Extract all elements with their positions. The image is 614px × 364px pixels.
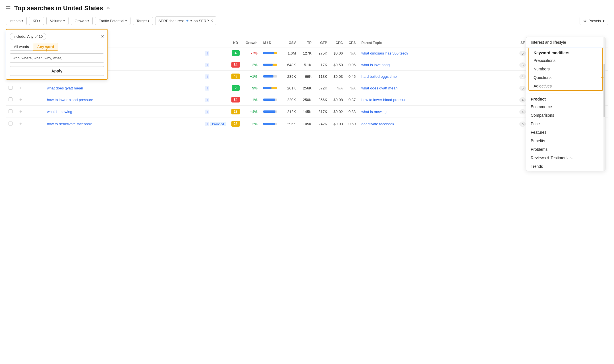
row-checkbox[interactable] — [9, 97, 13, 101]
tp-cell: 105K — [299, 118, 314, 130]
apply-button[interactable]: Apply — [10, 66, 104, 76]
ecommerce-item[interactable]: Ecommerce — [526, 102, 605, 111]
row-checkbox[interactable] — [9, 109, 13, 113]
problems-item[interactable]: Problems — [526, 145, 605, 154]
growth-filter[interactable]: Growth ▾ — [71, 17, 93, 25]
features-item[interactable]: Features — [526, 128, 605, 137]
adjectives-item[interactable]: Adjectives — [529, 82, 602, 90]
all-words-btn[interactable]: All words — [10, 43, 33, 51]
tp-cell: 256K — [299, 82, 314, 94]
add-cell[interactable]: + — [15, 106, 44, 118]
sf-badge: 5 — [519, 51, 526, 56]
row-checkbox[interactable] — [9, 86, 13, 90]
cps-cell: N/A — [346, 47, 358, 59]
bar-fill-blue — [263, 64, 273, 66]
gsv-cell: 295K — [283, 118, 299, 130]
growth-arrow-icon: ▾ — [88, 19, 89, 22]
intent-badge: I — [205, 63, 209, 67]
target-filter[interactable]: Target ▾ — [133, 17, 153, 25]
col-md[interactable]: M / D — [260, 39, 283, 47]
add-cell[interactable]: + — [15, 82, 44, 94]
kd-filter[interactable]: KD ▾ — [29, 17, 44, 25]
parent-topic-link[interactable]: what is love song — [361, 63, 390, 67]
keyword-cell: how to lower blood pressure — [44, 94, 202, 106]
plus-icon[interactable]: + — [19, 85, 22, 90]
serp-close-icon[interactable]: × — [211, 18, 213, 23]
hamburger-icon[interactable]: ☰ — [6, 5, 11, 12]
intents-filter[interactable]: Intents ▾ — [6, 17, 27, 25]
row-checkbox[interactable] — [9, 122, 13, 125]
numbers-item[interactable]: Numbers — [529, 65, 602, 73]
col-cps[interactable]: CPS — [346, 39, 358, 47]
parent-topic-link[interactable]: how to lower blood pressure — [361, 98, 408, 102]
add-cell[interactable]: + — [15, 94, 44, 106]
growth-cell: +4% — [243, 106, 260, 118]
gtp-cell: 275K — [314, 47, 330, 59]
parent-topic-link[interactable]: hard boiled eggs time — [361, 74, 397, 79]
plus-icon[interactable]: + — [19, 121, 22, 126]
presets-arrow-icon: ▾ — [603, 19, 605, 23]
col-tp[interactable]: TP — [299, 39, 314, 47]
parent-topic-link[interactable]: deactivate facebook — [361, 122, 394, 126]
parent-topic-link[interactable]: what is mewing — [361, 110, 387, 114]
parent-topic-link[interactable]: what dinosaur has 500 teeth — [361, 51, 408, 55]
col-growth[interactable]: Growth — [243, 39, 260, 47]
include-close-icon[interactable]: × — [101, 34, 104, 39]
col-gsv[interactable]: GSV — [283, 39, 299, 47]
checkbox-cell[interactable] — [6, 118, 15, 130]
keyword-link[interactable]: how to deactivate facebook — [47, 122, 92, 126]
intent-badge: I — [205, 74, 209, 79]
md-cell — [260, 106, 283, 118]
right-panel-dropdown: Interest and lifestyle Keyword modifiers… — [526, 37, 605, 171]
growth-cell: -7% — [243, 47, 260, 59]
gtp-cell: 317K — [314, 106, 330, 118]
reviews-testimonials-item[interactable]: Reviews & Testimonials — [526, 154, 605, 162]
edit-icon[interactable]: ✏ — [107, 6, 110, 11]
tp-cell: 127K — [299, 47, 314, 59]
bar-fill-blue — [263, 99, 275, 101]
scrollbar-thumb[interactable] — [603, 64, 605, 117]
growth-value: +9% — [250, 86, 257, 90]
parent-topic-cell: what is love song — [358, 59, 516, 71]
traffic-potential-filter[interactable]: Traffic Potential ▾ — [95, 17, 130, 25]
kd-cell: 84 — [229, 59, 243, 71]
keyword-link[interactable]: how to lower blood pressure — [47, 98, 93, 102]
trends-item[interactable]: Trends — [526, 162, 605, 171]
page-header: ☰ Top searches in United States ✏ — [6, 5, 608, 12]
plus-icon[interactable]: + — [19, 109, 22, 114]
growth-value: +1% — [250, 98, 257, 102]
checkbox-cell[interactable] — [6, 94, 15, 106]
md-cell — [260, 47, 283, 59]
keyword-link[interactable]: what is mewing — [47, 110, 72, 114]
questions-item[interactable]: Questions ← — [529, 73, 602, 82]
bar-bg — [263, 99, 277, 101]
presets-sliders-icon: ⚙ — [583, 19, 587, 23]
col-kd[interactable]: KD — [229, 39, 243, 47]
add-cell[interactable]: + — [15, 118, 44, 130]
checkbox-cell[interactable] — [6, 106, 15, 118]
keyword-modifiers-box: Keyword modifiers Prepositions Numbers Q… — [528, 48, 603, 91]
keyword-modifiers-heading: Keyword modifiers — [529, 48, 602, 56]
benefits-item[interactable]: Benefits — [526, 137, 605, 145]
col-parent-topic[interactable]: Parent Topic — [358, 39, 516, 47]
volume-filter[interactable]: Volume ▾ — [46, 17, 69, 25]
keyword-link[interactable]: what does gyatt mean — [47, 86, 83, 90]
kd-badge: 28 — [231, 109, 240, 114]
gsv-cell: 1.6M — [283, 47, 299, 59]
include-input[interactable] — [10, 53, 104, 63]
parent-topic-link[interactable]: what does gyatt mean — [361, 86, 397, 90]
checkbox-cell[interactable] — [6, 82, 15, 94]
price-item[interactable]: Price — [526, 120, 605, 128]
bar-fill-yellow — [273, 64, 277, 66]
bar-chart — [263, 52, 280, 54]
col-gtp[interactable]: GTP — [314, 39, 330, 47]
sf-badge: 4 — [519, 97, 526, 102]
comparisons-item[interactable]: Comparisons — [526, 111, 605, 120]
kd-cell: 84 — [229, 94, 243, 106]
presets-button[interactable]: ⚙ Presets ▾ — [580, 17, 608, 25]
interest-lifestyle-item[interactable]: Interest and lifestyle — [526, 37, 605, 48]
col-cpc[interactable]: CPC — [330, 39, 346, 47]
prepositions-item[interactable]: Prepositions — [529, 56, 602, 65]
parent-topic-cell: deactivate facebook — [358, 118, 516, 130]
plus-icon[interactable]: + — [19, 97, 22, 102]
